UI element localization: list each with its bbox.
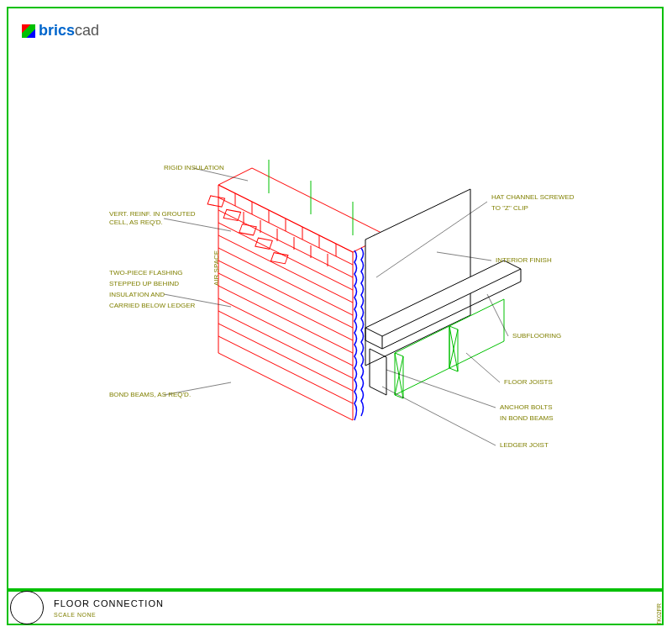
cad-drawing: RIGID INSULATION VERT. REINF. IN GROUTED… (118, 151, 571, 487)
label-ledger-joist: LEDGER JOIST (500, 441, 549, 450)
svg-line-8 (218, 298, 353, 366)
svg-rect-28 (255, 238, 272, 249)
label-subflooring: SUBFLOORING (512, 332, 561, 340)
app-logo: bricscad (22, 22, 99, 40)
logo-text-1: brics (39, 22, 75, 39)
logo-text-2: cad (75, 22, 99, 39)
label-hat-channel-2: TO "Z" CLIP (491, 204, 528, 213)
svg-line-44 (466, 353, 500, 382)
svg-line-5 (218, 261, 353, 328)
svg-line-46 (382, 387, 496, 445)
drawing-title: FLOOR CONNECTION (54, 598, 164, 608)
label-flashing-2: STEPPED UP BEHIND (109, 280, 179, 288)
svg-line-11 (218, 336, 353, 403)
svg-line-3 (218, 235, 353, 303)
svg-line-4 (218, 248, 353, 315)
svg-line-43 (487, 294, 508, 336)
label-flashing-1: TWO-PIECE FLASHING (109, 269, 183, 277)
label-hat-channel-1: HAT CHANNEL SCREWED (491, 193, 575, 202)
label-vert-reinf: VERT. REINF. IN GROUTED CELL, AS REQ'D. (109, 210, 196, 228)
svg-line-7 (218, 286, 353, 353)
main-frame: bricscad (7, 7, 664, 590)
label-rigid-insulation: RIGID INSULATION (164, 164, 224, 172)
label-interior-finish: INTERIOR FINISH (496, 256, 552, 265)
svg-line-2 (218, 223, 353, 290)
detail-marker-circle (10, 591, 44, 624)
label-bond-beams: BOND BEAMS, AS REQ'D. (109, 391, 191, 399)
label-anchor-bolts-2: IN BOND BEAMS (500, 414, 554, 423)
label-flashing-3: INSULATION AND (109, 291, 165, 299)
svg-line-9 (218, 311, 353, 378)
logo-icon (22, 24, 35, 38)
svg-line-10 (218, 324, 353, 391)
title-block-text: FLOOR CONNECTION SCALE NONE (54, 598, 164, 618)
svg-rect-25 (207, 196, 224, 207)
label-floor-joists: FLOOR JOISTS (504, 378, 553, 387)
svg-line-33 (449, 329, 458, 368)
label-air-space: AIR SPACE (213, 250, 221, 286)
label-anchor-bolts-1: ANCHOR BOLTS (500, 403, 553, 412)
drawing-scale: SCALE NONE (54, 612, 164, 618)
title-block: FLOOR CONNECTION SCALE NONE (7, 590, 664, 625)
svg-rect-27 (239, 224, 256, 235)
svg-line-6 (218, 273, 353, 340)
svg-rect-26 (223, 209, 240, 220)
svg-rect-29 (270, 253, 287, 264)
label-flashing-4: CARRIED BELOW LEDGER (109, 302, 195, 310)
svg-line-31 (395, 356, 403, 395)
drawing-reference: TK02FR (656, 603, 662, 625)
